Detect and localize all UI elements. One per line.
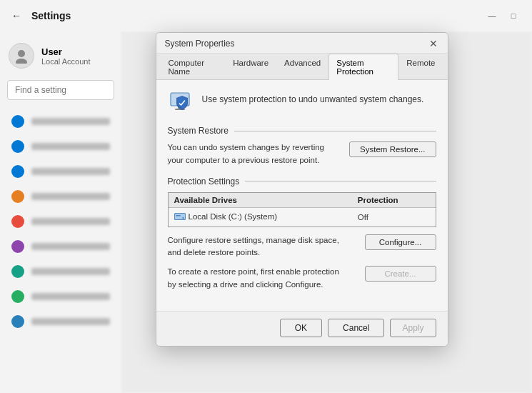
- drive-icon: Local Disk (C:) (System): [174, 212, 278, 222]
- system-properties-dialog: System Properties ✕ Computer Name Hardwa…: [156, 32, 448, 347]
- system-restore-row: You can undo system changes by reverting…: [168, 141, 436, 166]
- ok-button[interactable]: OK: [280, 319, 322, 337]
- shield-icon: [168, 90, 194, 116]
- configure-row: Configure restore settings, manage disk …: [168, 234, 436, 259]
- tab-system-protection[interactable]: System Protection: [328, 54, 398, 80]
- drive-name: Local Disk (C:) (System): [189, 212, 278, 221]
- dialog-content: Use system protection to undo unwanted s…: [156, 80, 448, 311]
- section-divider: [234, 131, 436, 131]
- create-description: To create a restore point, first enable …: [168, 266, 358, 291]
- dialog-footer: OK Cancel Apply: [156, 311, 448, 346]
- create-line2: by selecting a drive and clicking Config…: [168, 280, 323, 289]
- create-button[interactable]: Create...: [365, 266, 436, 282]
- protection-settings-section: Protection Settings Available Drives Pro…: [168, 176, 436, 291]
- system-restore-title: System Restore: [168, 126, 229, 136]
- tab-computer-name[interactable]: Computer Name: [161, 54, 226, 80]
- dialog-header-text: Use system protection to undo unwanted s…: [202, 90, 424, 106]
- protection-divider: [245, 181, 436, 181]
- apply-button[interactable]: Apply: [390, 319, 436, 337]
- svg-point-7: [182, 217, 184, 219]
- create-line1: To create a restore point, first enable …: [168, 267, 339, 276]
- system-restore-button[interactable]: System Restore...: [349, 141, 436, 157]
- close-button[interactable]: ✕: [428, 39, 439, 49]
- configure-line1: Configure restore settings, manage disk …: [168, 236, 339, 244]
- dialog-tabs: Computer Name Hardware Advanced System P…: [156, 54, 448, 80]
- protection-table-wrap: Available Drives Protection: [168, 192, 436, 227]
- dialog-overlay: System Properties ✕ Computer Name Hardwa…: [0, 0, 532, 393]
- dialog-header: Use system protection to undo unwanted s…: [168, 90, 436, 116]
- dialog-title: System Properties: [165, 39, 235, 49]
- system-restore-section: System Restore You can undo system chang…: [168, 126, 436, 166]
- drive-cell: Local Disk (C:) (System): [169, 207, 352, 227]
- create-row: To create a restore point, first enable …: [168, 266, 436, 291]
- configure-button[interactable]: Configure...: [365, 234, 436, 250]
- protection-title: Protection Settings: [168, 176, 240, 186]
- tab-advanced[interactable]: Advanced: [276, 54, 328, 80]
- table-row[interactable]: Local Disk (C:) (System) Off: [169, 207, 436, 227]
- protection-cell: Off: [352, 207, 436, 227]
- system-restore-title-row: System Restore: [168, 126, 436, 136]
- cancel-button[interactable]: Cancel: [328, 319, 384, 337]
- col-protection: Protection: [352, 193, 436, 208]
- system-restore-line2: your computer to a previous restore poin…: [168, 156, 320, 164]
- dialog-titlebar: System Properties ✕: [156, 33, 448, 54]
- tab-hardware[interactable]: Hardware: [225, 54, 276, 80]
- drive-svg: [174, 212, 186, 222]
- svg-rect-8: [176, 215, 181, 217]
- system-restore-description: You can undo system changes by reverting…: [168, 141, 343, 166]
- tab-remote[interactable]: Remote: [398, 54, 443, 80]
- protection-title-row: Protection Settings: [168, 176, 436, 186]
- col-available-drives: Available Drives: [169, 193, 352, 208]
- configure-line2: and delete restore points.: [168, 248, 261, 257]
- protection-table: Available Drives Protection: [169, 193, 436, 227]
- system-restore-line1: You can undo system changes by reverting: [168, 143, 325, 151]
- configure-description: Configure restore settings, manage disk …: [168, 234, 358, 259]
